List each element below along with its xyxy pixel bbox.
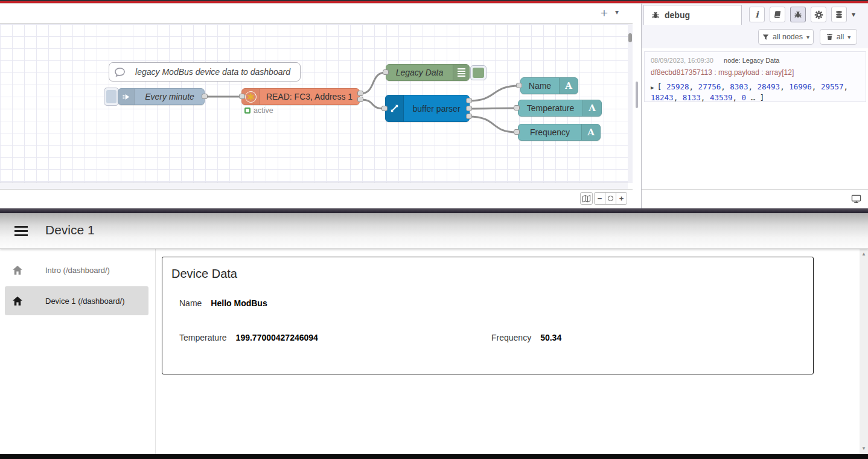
port[interactable] bbox=[466, 114, 472, 119]
dashboard-window: Device 1 Intro (/dashboard/) Device 1 (/… bbox=[0, 213, 868, 459]
port[interactable] bbox=[466, 98, 472, 103]
nav-item-label: Intro (/dashboard/) bbox=[45, 266, 110, 275]
info-tab-button[interactable]: i bbox=[749, 7, 765, 22]
expand-arrows-icon bbox=[386, 95, 404, 121]
debug-sidebar: debug i ▾ all nodes ▾ bbox=[641, 4, 868, 208]
add-flow-button[interactable]: + bbox=[596, 5, 612, 22]
port[interactable] bbox=[516, 83, 522, 88]
field-name: Name Hello ModBus bbox=[179, 298, 267, 308]
config-tab-button[interactable] bbox=[811, 7, 826, 22]
field-label: Frequency bbox=[491, 333, 531, 342]
inject-node-label: Every minute bbox=[135, 92, 204, 101]
field-value: 50.34 bbox=[540, 333, 561, 342]
debug-filter-button[interactable]: all nodes ▾ bbox=[758, 29, 814, 45]
field-value: Hello ModBus bbox=[211, 298, 267, 308]
home-icon bbox=[12, 265, 23, 275]
debug-enable-toggle[interactable] bbox=[470, 65, 487, 80]
sidebar-menu-chevron-icon[interactable]: ▾ bbox=[852, 10, 855, 19]
nav-item-intro[interactable]: Intro (/dashboard/) bbox=[5, 258, 148, 282]
sidebar-splitter[interactable] bbox=[633, 4, 641, 208]
status-text: active bbox=[254, 106, 273, 115]
debug-source-node: node: Legacy Data bbox=[724, 57, 779, 64]
port[interactable] bbox=[383, 69, 389, 75]
debug-message-list[interactable]: 08/09/2023, 16:09:30 node: Legacy Data d… bbox=[642, 48, 868, 189]
nav-item-label: Device 1 (/dashboard/) bbox=[45, 297, 125, 306]
workspace-tabbar: + ▾ bbox=[0, 4, 633, 24]
port[interactable] bbox=[239, 94, 245, 99]
port[interactable] bbox=[381, 106, 388, 111]
port[interactable] bbox=[514, 105, 520, 111]
info-icon: i bbox=[755, 10, 758, 19]
comment-node[interactable]: legacy ModBus device data to dashboard bbox=[109, 62, 301, 82]
open-in-window-button[interactable] bbox=[849, 193, 863, 205]
debug-node-label: Legacy Data bbox=[386, 68, 453, 77]
scrollbar-thumb[interactable] bbox=[628, 33, 632, 42]
debug-clear-button[interactable]: all ▾ bbox=[820, 29, 857, 45]
ui-text-node-frequency[interactable]: Frequency A bbox=[518, 124, 601, 141]
text-widget-icon: A bbox=[559, 78, 578, 94]
ui-name-label: Name bbox=[521, 81, 559, 91]
field-row: Temperature 199.77000427246094 Frequency… bbox=[179, 333, 796, 342]
navigator-map-button[interactable] bbox=[580, 192, 593, 205]
buffer-parser-node[interactable]: buffer parser bbox=[385, 95, 470, 122]
port[interactable] bbox=[357, 91, 363, 96]
field-value: 199.77000427246094 bbox=[236, 333, 318, 342]
field-frequency: Frequency 50.34 bbox=[491, 333, 561, 342]
field-label: Name bbox=[179, 298, 202, 308]
context-tab-button[interactable] bbox=[831, 7, 847, 22]
field-label: Temperature bbox=[179, 333, 227, 342]
monitor-icon bbox=[851, 194, 861, 204]
trash-icon bbox=[826, 33, 833, 40]
payload-line-1: ▶ [ 25928, 27756, 8303, 28493, 16996, 29… bbox=[651, 82, 860, 92]
port[interactable] bbox=[202, 94, 208, 99]
sidebar-footer bbox=[642, 189, 868, 208]
comment-label: legacy ModBus device data to dashboard bbox=[126, 67, 300, 77]
bottom-window-edge bbox=[0, 454, 868, 459]
canvas-vertical-scrollbar[interactable] bbox=[628, 24, 633, 183]
chevron-down-icon: ▾ bbox=[847, 34, 850, 40]
debug-payload[interactable]: ▶ [ 25928, 27756, 8303, 28493, 16996, 29… bbox=[651, 82, 860, 103]
gear-icon bbox=[814, 10, 823, 19]
debug-timestamp: 08/09/2023, 16:09:30 bbox=[651, 57, 713, 64]
ui-text-node-name[interactable]: Name A bbox=[520, 77, 578, 94]
debug-msg-meta: df8ecbd817357113 : msg.payload : array[1… bbox=[651, 68, 860, 77]
help-tab-button[interactable] bbox=[770, 7, 785, 22]
zoom-out-button[interactable]: − bbox=[594, 192, 605, 205]
port[interactable] bbox=[514, 129, 520, 135]
flow-list-chevron-icon[interactable]: ▾ bbox=[615, 8, 619, 16]
dashboard-page-title: Device 1 bbox=[45, 223, 95, 237]
scroll-up-arrow[interactable]: ▲ bbox=[860, 250, 868, 258]
debug-tab-button[interactable] bbox=[790, 7, 806, 22]
screen: + ▾ legacy ModBus device data to dashboa… bbox=[0, 0, 868, 459]
debug-node[interactable]: Legacy Data bbox=[386, 64, 470, 81]
window-divider bbox=[0, 208, 868, 213]
tab-debug[interactable]: debug bbox=[643, 5, 742, 25]
zoom-in-button[interactable]: + bbox=[616, 192, 627, 205]
canvas-horizontal-scrollbar[interactable] bbox=[0, 183, 628, 189]
nav-item-device-1[interactable]: Device 1 (/dashboard/) bbox=[5, 286, 148, 315]
comment-bubble-icon bbox=[114, 67, 126, 77]
port[interactable] bbox=[357, 97, 363, 102]
text-widget-icon: A bbox=[581, 124, 600, 140]
book-icon bbox=[773, 10, 782, 19]
dashboard-scrollbar[interactable]: ▲ ▼ bbox=[860, 249, 868, 454]
inject-arrow-icon bbox=[118, 89, 135, 104]
port[interactable] bbox=[466, 106, 472, 111]
ui-text-node-temperature[interactable]: Temperature A bbox=[518, 100, 602, 117]
inject-node[interactable]: Every minute bbox=[118, 88, 205, 105]
dashboard-body: Intro (/dashboard/) Device 1 (/dashboard… bbox=[0, 249, 868, 454]
debug-message[interactable]: 08/09/2023, 16:09:30 node: Legacy Data d… bbox=[644, 51, 866, 102]
dashboard-main: Device Data Name Hello ModBus Temperatur… bbox=[156, 249, 860, 454]
chevron-down-icon: ▾ bbox=[806, 34, 809, 40]
inject-trigger-button[interactable] bbox=[104, 88, 119, 106]
modbus-read-label: READ: FC3, Address 1 bbox=[260, 92, 359, 101]
card-title: Device Data bbox=[171, 267, 237, 281]
modbus-read-node[interactable]: READ: FC3, Address 1 bbox=[241, 88, 360, 105]
scroll-down-arrow[interactable]: ▼ bbox=[860, 445, 868, 453]
debug-clear-label: all bbox=[837, 33, 844, 41]
menu-hamburger-icon[interactable] bbox=[14, 226, 28, 236]
zoom-reset-button[interactable] bbox=[605, 192, 616, 205]
home-icon bbox=[12, 296, 23, 306]
filter-funnel-icon bbox=[762, 34, 769, 40]
splitter-grip[interactable] bbox=[636, 82, 638, 108]
